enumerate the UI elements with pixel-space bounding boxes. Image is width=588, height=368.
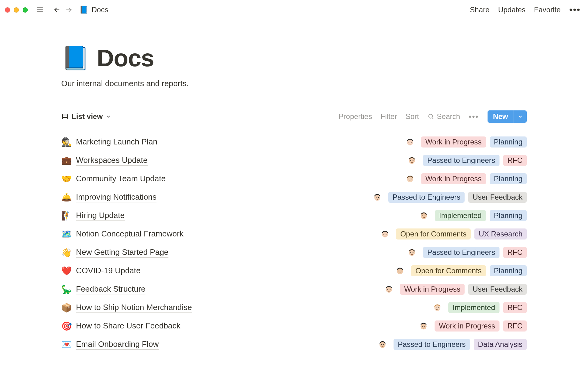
tag[interactable]: RFC [503,320,527,332]
search-button[interactable]: Search [428,112,460,121]
database-more-button[interactable]: ••• [469,115,479,118]
list-item-link[interactable]: 💼Workspaces Update [61,155,148,166]
list-item-icon: ❤️ [61,266,72,276]
database-list: 🕵️Marketing Launch Plan Work in Progress… [61,133,527,354]
tag[interactable]: User Feedback [468,284,527,295]
list-item[interactable]: 🧗Hiring Update ImplementedPlanning [61,206,527,225]
share-button[interactable]: Share [470,6,489,14]
svg-point-37 [413,252,413,253]
list-item[interactable]: 🗺️Notion Conceptual Framework Open for C… [61,225,527,243]
favorite-button[interactable]: Favorite [534,6,561,14]
tag[interactable]: Passed to Engineers [423,247,499,258]
tag[interactable]: Implemented [435,210,486,221]
list-item-link[interactable]: 🗺️Notion Conceptual Framework [61,229,183,239]
list-item-title: Email Onboarding Flow [76,339,159,350]
assignee-avatar[interactable] [406,247,417,258]
list-item[interactable]: 💼Workspaces Update Passed to EngineersRF… [61,151,527,170]
list-item[interactable]: 🛎️Improving Notifications Passed to Engi… [61,188,527,206]
list-item-link[interactable]: 🕵️Marketing Launch Plan [61,137,157,147]
assignee-avatar[interactable] [379,228,390,240]
list-item[interactable]: ❤️COVID-19 Update Open for CommentsPlann… [61,262,527,280]
tag[interactable]: Planning [490,173,527,184]
list-item-link[interactable]: 🤝Community Team Update [61,174,166,184]
avatar-face-icon [378,340,387,349]
tag[interactable]: Planning [490,265,527,276]
svg-point-25 [378,197,379,198]
tag[interactable]: Passed to Engineers [423,155,499,166]
list-item[interactable]: 🎯How to Share User Feedback Work in Prog… [61,317,527,335]
breadcrumb[interactable]: 📘 Docs [79,6,108,14]
tag[interactable]: Passed to Engineers [388,192,465,203]
list-item-meta: Open for CommentsPlanning [394,265,527,276]
list-item[interactable]: 🦕Feedback Structure Work in ProgressUser… [61,280,527,298]
tag[interactable]: Data Analysis [474,339,527,350]
assignee-avatar[interactable] [405,136,416,148]
list-item[interactable]: 👋New Getting Started Page Passed to Engi… [61,243,527,262]
tag[interactable]: RFC [503,302,527,313]
list-item-link[interactable]: 👋New Getting Started Page [61,247,168,258]
tag[interactable]: RFC [503,247,527,258]
svg-point-36 [410,252,411,253]
list-item-link[interactable]: ❤️COVID-19 Update [61,266,141,276]
assignee-avatar[interactable] [405,173,416,184]
sort-button[interactable]: Sort [405,112,419,121]
page-title[interactable]: Docs [97,44,154,72]
tag[interactable]: Work in Progress [421,136,486,148]
list-item[interactable]: 🕵️Marketing Launch Plan Work in Progress… [61,133,527,151]
assignee-avatar[interactable] [383,284,394,295]
assignee-avatar[interactable] [432,302,443,313]
assignee-avatar[interactable] [394,265,405,276]
list-item-link[interactable]: 🦕Feedback Structure [61,284,145,294]
list-item-title: Improving Notifications [76,192,156,202]
assignee-avatar[interactable] [372,192,383,203]
view-switcher[interactable]: List view [61,112,111,121]
list-item-icon: 🧗 [61,211,72,221]
assignee-avatar[interactable] [418,210,429,221]
list-item-link[interactable]: 🛎️Improving Notifications [61,192,156,202]
new-button-dropdown[interactable] [514,110,527,123]
assignee-avatar[interactable] [418,320,429,332]
filter-button[interactable]: Filter [381,112,397,121]
list-item-title: Community Team Update [76,174,166,184]
list-item-link[interactable]: 🎯How to Share User Feedback [61,321,180,331]
list-item[interactable]: 💌Email Onboarding Flow Passed to Enginee… [61,335,527,354]
tag[interactable]: Work in Progress [435,320,499,332]
list-item[interactable]: 📦How to Ship Notion Merchandise Implemen… [61,298,527,317]
nav-back-button[interactable] [51,4,62,16]
hamburger-icon [36,6,44,14]
nav-forward-button[interactable] [63,4,75,16]
updates-button[interactable]: Updates [498,6,525,14]
list-item-link[interactable]: 📦How to Ship Notion Merchandise [61,303,192,313]
tag[interactable]: Implemented [448,302,499,313]
tag[interactable]: Open for Comments [396,228,471,240]
new-button[interactable]: New [488,110,514,123]
list-item-title: Marketing Launch Plan [76,137,157,147]
list-item-link[interactable]: 🧗Hiring Update [61,211,125,221]
list-item-title: How to Ship Notion Merchandise [76,303,192,313]
tag[interactable]: Passed to Engineers [394,339,470,350]
list-item-title: Notion Conceptual Framework [76,229,183,239]
assignee-avatar[interactable] [377,339,388,350]
page-subtitle[interactable]: Our internal documents and reports. [61,79,527,88]
tag[interactable]: RFC [503,155,527,166]
sidebar-toggle-button[interactable] [34,4,46,16]
list-item[interactable]: 🤝Community Team Update Work in ProgressP… [61,170,527,188]
tag[interactable]: Planning [490,136,527,148]
search-label: Search [437,112,460,121]
tag[interactable]: User Feedback [468,192,527,203]
more-menu-button[interactable]: ••• [569,8,581,12]
tag[interactable]: Work in Progress [400,284,465,295]
tag[interactable]: Planning [490,210,527,221]
page-icon[interactable]: 📘 [61,47,89,70]
window-close-icon[interactable] [5,7,10,13]
tag[interactable]: UX Research [474,228,527,240]
list-item-title: New Getting Started Page [76,247,168,258]
window-zoom-icon[interactable] [23,7,28,13]
tag[interactable]: Work in Progress [421,173,486,184]
list-item-link[interactable]: 💌Email Onboarding Flow [61,339,159,350]
properties-button[interactable]: Properties [339,112,372,121]
window-minimize-icon[interactable] [14,7,19,13]
chevron-down-icon [106,114,111,119]
assignee-avatar[interactable] [406,155,417,166]
tag[interactable]: Open for Comments [411,265,486,276]
